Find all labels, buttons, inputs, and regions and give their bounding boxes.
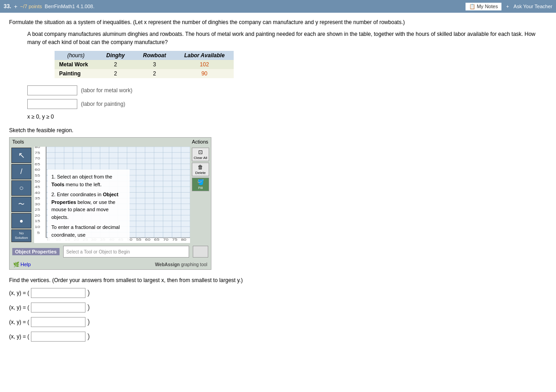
svg-text:75: 75 [172,238,177,242]
inequality-input-2[interactable] [27,99,77,109]
svg-text:70: 70 [35,157,40,160]
svg-text:55: 55 [136,238,141,242]
fill-button[interactable]: 🪣 Fill [192,178,209,191]
delete-icon: 🗑 [198,164,203,170]
vertex-close-2: ) [87,303,90,312]
svg-text:55: 55 [35,174,40,177]
actions-header-label: Actions [192,139,208,144]
vertex-input-3[interactable] [31,317,85,327]
vertex-label-2: (x, y) = ( [9,304,29,311]
graph-tool-container: Tools Actions ↖ / ○ 〜 ● NoSolution [9,137,211,270]
vertex-row-3: (x, y) = ( ) [9,317,547,327]
book-title: BerrFinMath1 4.1.008. [45,4,94,9]
vertex-input-1[interactable] [31,288,85,298]
graph-tool-header: Tools Actions [10,138,211,146]
vertex-label-3: (x, y) = ( [9,319,29,325]
row-metal-work-dinghy: 2 [97,60,134,69]
vertex-label-1: (x, y) = ( [9,290,29,296]
tool-circle-button[interactable]: ○ [11,180,31,196]
ask-teacher-button[interactable]: Ask Your Teacher [514,4,552,9]
svg-text:50: 50 [35,180,40,183]
row-painting-labor: 90 [175,69,234,78]
svg-text:25: 25 [35,208,40,212]
tool-no-solution-button[interactable]: NoSolution [11,229,31,242]
vertices-section: Find the vertices. (Order your answers f… [9,277,547,342]
vertex-input-4[interactable] [31,332,85,342]
sketch-label: Sketch the feasible region. [9,127,547,134]
vertex-close-4: ) [87,332,90,341]
col-header-labor: Labor Available [175,51,234,60]
tool-curve-button[interactable]: 〜 [11,197,31,212]
vertex-label-4: (x, y) = ( [9,333,29,340]
notes-icon: 📋 [469,4,476,10]
instruction-step2: 2. Enter coordinates in Object Propertie… [51,191,126,221]
tool-line-button[interactable]: / [11,164,31,179]
tools-panel: ↖ / ○ 〜 ● NoSolution [10,147,33,243]
vertex-input-2[interactable] [31,303,85,313]
top-bar: 33. + −/7 points BerrFinMath1 4.1.008. 📋… [0,0,556,13]
question-number: 33. [4,3,11,10]
row-painting-rowboat: 2 [134,69,175,78]
vertices-intro: Find the vertices. (Order your answers f… [9,277,547,283]
inequality-label-2: (labor for painting) [81,101,125,107]
col-header-dinghy: Dinghy [97,51,134,60]
problem-description: A boat company manufactures aluminum din… [27,30,547,46]
help-icon: 🌿 [13,262,20,268]
object-properties-button[interactable] [193,246,208,258]
svg-text:45: 45 [35,185,40,189]
svg-text:70: 70 [163,238,169,242]
instructions-overlay: 1. Select an object from the Tools menu … [48,169,130,243]
fill-label: Fill [198,186,203,190]
svg-text:10: 10 [35,225,40,228]
row-metal-work-labor: 102 [175,60,234,69]
svg-text:75: 75 [35,151,40,154]
clear-all-label: Clear All [194,156,207,160]
graph-footer: 🌿 Help WebAssign graphing tool [10,259,211,269]
graph-tool-body: ↖ / ○ 〜 ● NoSolution [10,146,211,244]
vertex-row-2: (x, y) = ( ) [9,303,547,313]
svg-text:30: 30 [35,203,40,206]
my-notes-button[interactable]: 📋 My Notes [466,3,501,10]
row-painting-dinghy: 2 [97,69,134,78]
svg-text:5: 5 [37,231,40,234]
delete-button[interactable]: 🗑 Delete [192,163,209,176]
graph-canvas-area[interactable]: 80 75 70 65 60 55 50 45 40 35 30 25 20 1… [34,147,190,243]
inequality-label-1: (labor for metal work) [81,87,132,94]
help-link[interactable]: 🌿 Help [13,262,31,268]
webassign-label: WebAssign graphing tool [155,262,207,267]
plus-icon: + [14,3,18,10]
top-bar-right: 📋 My Notes + Ask Your Teacher [466,3,552,10]
tool-select-button[interactable]: ↖ [11,148,31,163]
tool-point-button[interactable]: ● [11,213,31,228]
row-metal-work-rowboat: 3 [134,60,175,69]
inequality-row-2: (labor for painting) [27,99,547,109]
webassign-footer: WebAssign graphing tool [155,261,207,268]
non-negative-constraint: x ≥ 0, y ≥ 0 [27,114,547,120]
delete-label: Delete [195,171,205,175]
svg-text:20: 20 [35,214,40,217]
tutorial-label: View our tutorial videos [57,241,109,243]
row-metal-work-label: Metal Work [55,60,97,69]
svg-text:65: 65 [154,238,160,242]
svg-text:15: 15 [35,220,40,223]
tutorial-link[interactable]: ▶ View our tutorial videos [51,241,126,243]
help-label: Help [20,262,31,267]
instruction-step3: To enter a fractional or decimal coordin… [51,223,126,238]
clear-all-button[interactable]: ⊡ Clear All [192,148,209,161]
vertex-close-3: ) [87,318,90,326]
tools-header-label: Tools [12,139,24,144]
fill-icon: 🪣 [197,179,204,185]
inequality-section: (labor for metal work) (labor for painti… [27,85,547,109]
plus-separator: + [506,4,509,9]
data-table: (hours) Dinghy Rowboat Labor Available M… [55,51,234,78]
my-notes-label: My Notes [477,4,498,9]
top-bar-left: 33. + −/7 points BerrFinMath1 4.1.008. [4,3,95,10]
video-icon: ▶ [51,242,55,243]
svg-text:60: 60 [35,169,40,172]
col-header-hours: (hours) [55,51,97,60]
instruction-step1: 1. Select an object from the Tools menu … [51,173,126,188]
inequality-input-1[interactable] [27,85,77,95]
object-properties-input: Select a Tool or Object to Begin [63,246,189,258]
points-label: −/7 points [20,4,42,9]
object-properties-row: Object Properties Select a Tool or Objec… [10,244,211,259]
